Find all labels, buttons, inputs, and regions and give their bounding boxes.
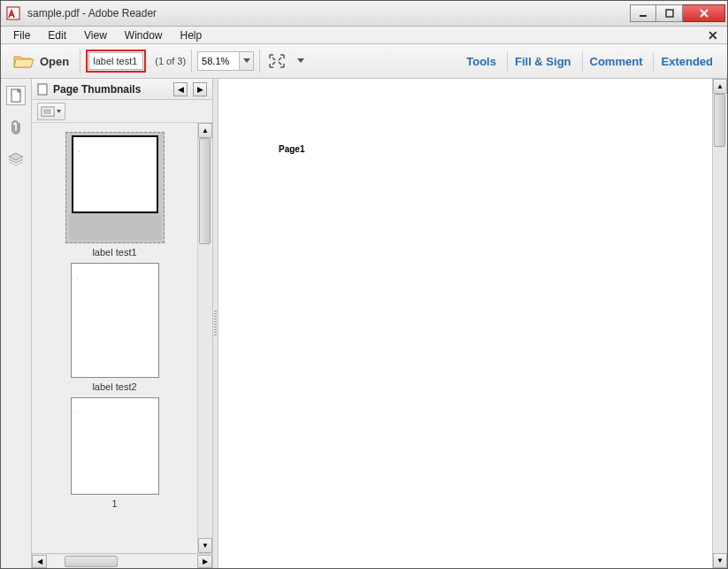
svg-rect-6	[38, 84, 47, 95]
thumbnails-list: . label test1 . label test2 . 1	[32, 123, 197, 553]
fit-dropdown[interactable]	[294, 51, 308, 71]
maximize-button[interactable]	[656, 4, 683, 22]
comment-link[interactable]: Comment	[582, 51, 650, 72]
scroll-left-icon[interactable]: ◀	[32, 555, 47, 568]
scroll-thumb[interactable]	[714, 94, 725, 147]
thumbnails-panel: Page Thumbnails ◀ ▶ . label test1	[32, 79, 213, 568]
separator	[259, 50, 260, 73]
thumbnails-title: Page Thumbnails	[53, 83, 168, 96]
thumbnail-label: 1	[62, 498, 168, 509]
page-number-input[interactable]	[88, 52, 143, 70]
zoom-control	[197, 51, 254, 71]
thumbs-hscrollbar[interactable]: ◀ ▶	[32, 553, 212, 568]
thumbnail-item[interactable]: . label test2	[62, 263, 168, 392]
menu-window[interactable]: Window	[116, 27, 172, 43]
scroll-thumb[interactable]	[199, 138, 211, 244]
nav-strip	[1, 79, 32, 568]
thumbs-vscrollbar[interactable]: ▲ ▼	[197, 123, 212, 553]
menubar: File Edit View Window Help ✕	[1, 27, 727, 44]
thumbnail-label: label test1	[62, 247, 168, 258]
close-button[interactable]	[683, 4, 725, 22]
app-window: sample.pdf - Adobe Reader File Edit View…	[0, 0, 728, 569]
window-title: sample.pdf - Adobe Reader	[26, 7, 630, 19]
zoom-input[interactable]	[198, 52, 239, 70]
thumb-mini-text: .	[77, 274, 79, 280]
attachments-tab-icon[interactable]	[6, 118, 26, 137]
scroll-track[interactable]	[713, 94, 727, 553]
tools-link[interactable]: Tools	[459, 51, 503, 72]
thumb-prev-button[interactable]: ◀	[173, 82, 188, 96]
thumb-mini-text: .	[77, 409, 79, 414]
fit-page-button[interactable]	[265, 51, 288, 71]
page-icon	[37, 83, 48, 96]
thumbnails-header: Page Thumbnails ◀ ▶	[32, 79, 212, 100]
open-button[interactable]: Open	[8, 50, 74, 73]
page-number-highlight	[86, 50, 146, 73]
menu-view[interactable]: View	[75, 27, 116, 43]
fill-sign-link[interactable]: Fill & Sign	[507, 51, 579, 72]
layers-tab-icon[interactable]	[6, 150, 26, 169]
scroll-track[interactable]	[47, 555, 197, 568]
menu-help[interactable]: Help	[172, 27, 211, 43]
thumbnails-tab-icon[interactable]	[6, 86, 26, 105]
menubar-close-icon[interactable]: ✕	[702, 28, 724, 42]
zoom-dropdown[interactable]	[239, 52, 253, 70]
main-area: Page Thumbnails ◀ ▶ . label test1	[1, 79, 727, 568]
thumbnail-item[interactable]: . label test1	[62, 132, 168, 258]
document-view: Page1 ▲ ▼	[218, 79, 727, 568]
toolbar: Open (1 of 3) Tools Fill & Sign Comment …	[1, 44, 727, 79]
thumb-options-button[interactable]	[37, 103, 65, 120]
window-controls	[630, 4, 725, 22]
scroll-track[interactable]	[198, 138, 212, 538]
doc-vscrollbar[interactable]: ▲ ▼	[712, 79, 727, 568]
menu-edit[interactable]: Edit	[39, 27, 75, 43]
page-count-label: (1 of 3)	[155, 56, 186, 66]
svg-rect-2	[666, 10, 673, 17]
folder-open-icon	[13, 53, 34, 69]
separator	[191, 50, 192, 73]
menu-file[interactable]: File	[4, 27, 39, 43]
thumb-next-button[interactable]: ▶	[193, 82, 207, 96]
page-canvas[interactable]: Page1	[218, 79, 712, 568]
thumbnail-label: label test2	[62, 381, 168, 392]
scroll-right-icon[interactable]: ▶	[197, 555, 212, 568]
separator	[80, 50, 80, 73]
thumb-mini-text: .	[79, 148, 80, 153]
scroll-up-icon[interactable]: ▲	[713, 79, 727, 94]
extended-link[interactable]: Extended	[653, 51, 720, 72]
open-label: Open	[40, 55, 69, 68]
app-icon	[6, 6, 20, 20]
page-content-text: Page1	[279, 144, 304, 154]
minimize-button[interactable]	[630, 4, 656, 22]
scroll-up-icon[interactable]: ▲	[198, 123, 212, 138]
thumbnail-item[interactable]: . 1	[62, 397, 168, 509]
titlebar: sample.pdf - Adobe Reader	[1, 1, 727, 27]
scroll-down-icon[interactable]: ▼	[713, 553, 727, 568]
scroll-down-icon[interactable]: ▼	[198, 538, 212, 553]
scroll-thumb[interactable]	[65, 556, 118, 567]
right-panel-links: Tools Fill & Sign Comment Extended	[459, 51, 720, 72]
thumbnails-toolbar	[32, 100, 212, 123]
thumbs-scroll-area: . label test1 . label test2 . 1	[32, 123, 212, 553]
